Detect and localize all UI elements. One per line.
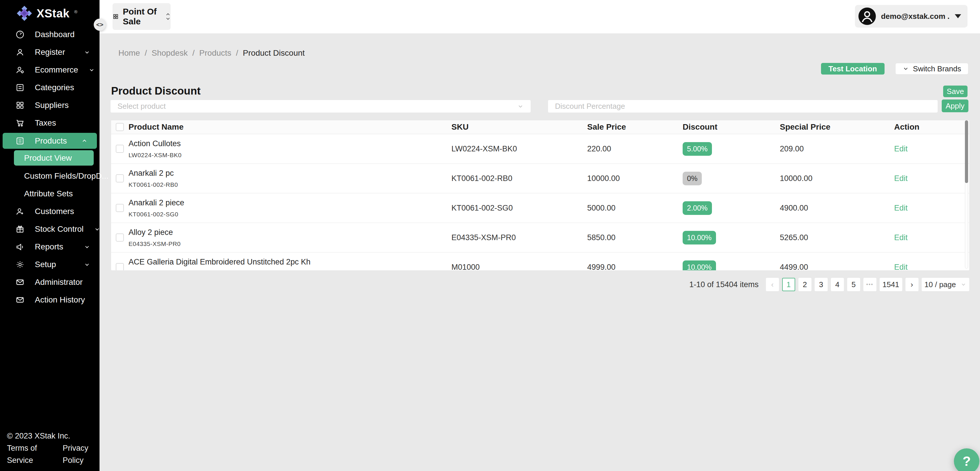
edit-link[interactable]: Edit: [894, 263, 908, 271]
breadcrumb-home[interactable]: Home: [118, 48, 140, 58]
product-name: Anarkali 2 piece: [129, 198, 452, 207]
special-price-value: 5265.00: [780, 233, 894, 242]
sidebar-item-customers[interactable]: Customers: [0, 202, 100, 220]
chevron-up-icon: [81, 137, 88, 145]
list-icon: [15, 83, 25, 92]
col-sale-price: Sale Price: [587, 123, 682, 132]
switch-brands-button[interactable]: Switch Brands: [895, 63, 968, 75]
chevron-down-icon: [94, 225, 101, 233]
user-menu[interactable]: demo@xstak.com .: [855, 5, 967, 27]
row-checkbox[interactable]: [116, 263, 124, 270]
select-product-dropdown[interactable]: Select product: [111, 100, 531, 113]
sku-value: E04335-XSM-PR0: [452, 233, 587, 242]
table-row: Alloy 2 piece E04335-XSM-PR0 E04335-XSM-…: [111, 223, 969, 253]
pagination-last-page[interactable]: 1541: [880, 278, 902, 291]
breadcrumb-current: Product Discount: [243, 48, 305, 58]
brand-name: XStak: [37, 7, 70, 20]
special-price-value: 209.00: [780, 145, 894, 153]
sort-arrows-icon: [165, 12, 170, 21]
products-icon: [15, 136, 25, 146]
sidebar-subitem-custom-fields[interactable]: Custom Fields/DropD...: [0, 167, 100, 185]
sidebar-subitem-label: Custom Fields/DropD...: [24, 172, 108, 181]
edit-link[interactable]: Edit: [894, 233, 908, 242]
pagination-page-1[interactable]: 1: [782, 278, 795, 291]
sku-value: KT0061-002-RB0: [452, 174, 587, 183]
sale-price-value: 5000.00: [587, 204, 682, 213]
table-row: Anarkali 2 piece KT0061-002-SG0 KT0061-0…: [111, 193, 969, 223]
brand-logo[interactable]: XStak ®: [17, 6, 78, 21]
sidebar-subitem-product-view[interactable]: Product View: [14, 150, 94, 165]
privacy-link[interactable]: Privacy Policy: [63, 442, 100, 466]
edit-link[interactable]: Edit: [894, 204, 908, 212]
sku-value: KT0061-002-SG0: [452, 204, 587, 213]
discount-badge: 0%: [682, 172, 702, 185]
col-discount: Discount: [682, 123, 780, 132]
sidebar-item-suppliers[interactable]: Suppliers: [0, 96, 100, 114]
registered-mark: ®: [74, 9, 78, 14]
pagination-ellipsis[interactable]: •••: [863, 278, 877, 291]
apply-button[interactable]: Apply: [942, 99, 968, 112]
save-button[interactable]: Save: [943, 86, 967, 97]
sidebar-item-label: Action History: [35, 295, 91, 304]
help-button[interactable]: ?: [954, 449, 979, 471]
sidebar-item-dashboard[interactable]: Dashboard: [0, 25, 100, 43]
edit-link[interactable]: Edit: [894, 145, 908, 153]
sidebar-subitem-attribute-sets[interactable]: Attribute Sets: [0, 185, 100, 202]
sku-value: LW0224-XSM-BK0: [452, 145, 587, 153]
chevron-down-icon: [902, 65, 909, 72]
row-checkbox[interactable]: [116, 174, 124, 182]
sidebar-item-register[interactable]: Register: [0, 43, 100, 61]
sidebar-item-setup[interactable]: Setup: [0, 256, 100, 273]
select-all-checkbox[interactable]: [116, 123, 124, 131]
row-checkbox[interactable]: [116, 234, 124, 242]
sidebar-item-products[interactable]: Products: [3, 133, 97, 149]
main-content: Home / Shopdesk / Products / Product Dis…: [100, 33, 980, 471]
table-row: ACE Galleria Digital Embroidered Unstitc…: [111, 253, 969, 270]
caret-down-icon: [955, 14, 961, 18]
row-checkbox[interactable]: [116, 145, 124, 153]
sidebar-item-label: Ecommerce: [35, 65, 78, 75]
special-price-value: 10000.00: [780, 174, 894, 183]
table-header-row: Product Name SKU Sale Price Discount Spe…: [111, 120, 969, 134]
sidebar-item-reports[interactable]: Reports: [0, 238, 100, 256]
breadcrumb-separator: /: [192, 48, 195, 58]
discount-percentage-input[interactable]: [548, 100, 938, 113]
person-gear-icon: [15, 65, 25, 75]
user-email: demo@xstak.com .: [881, 12, 950, 21]
breadcrumb-products[interactable]: Products: [199, 48, 232, 58]
edit-link[interactable]: Edit: [894, 174, 908, 183]
sidebar-item-label: Register: [35, 48, 73, 57]
sidebar-item-ecommerce[interactable]: Ecommerce: [0, 61, 100, 79]
megaphone-icon: [15, 242, 25, 251]
row-checkbox[interactable]: [116, 204, 124, 212]
table-scrollbar-thumb[interactable]: [965, 120, 968, 183]
pagination-page-4[interactable]: 4: [831, 278, 844, 291]
sidebar-nav: Dashboard Register Ecommerce Categori: [0, 25, 100, 309]
pagination-page-2[interactable]: 2: [799, 278, 811, 291]
app-switcher-button[interactable]: Point Of Sale: [113, 3, 170, 30]
test-location-button[interactable]: Test Location: [821, 63, 885, 75]
terms-link[interactable]: Terms of Service: [7, 442, 51, 466]
sidebar-item-action-history[interactable]: Action History: [0, 291, 100, 309]
gift-box-icon: [15, 224, 25, 234]
pagination-page-5[interactable]: 5: [847, 278, 860, 291]
pagination-prev-button[interactable]: ‹: [766, 278, 779, 291]
pagination-page-3[interactable]: 3: [815, 278, 828, 291]
sidebar-item-stock-control[interactable]: Stock Control: [0, 220, 100, 238]
dashboard-icon: [15, 30, 25, 39]
page-size-select[interactable]: 10 / page: [922, 278, 969, 291]
sidebar-item-taxes[interactable]: Taxes: [0, 114, 100, 132]
col-action: Action: [894, 123, 969, 132]
chevron-down-icon: [961, 282, 966, 287]
product-name: Anarkali 2 pc: [129, 169, 452, 178]
sidebar-collapse-button[interactable]: <>: [94, 19, 106, 31]
sidebar-item-categories[interactable]: Categories: [0, 79, 100, 96]
avatar: [858, 8, 876, 25]
pagination: 1-10 of 15404 items ‹ 1 2 3 4 5 ••• 1541…: [689, 278, 969, 291]
sidebar-item-administrator[interactable]: Administrator: [0, 273, 100, 291]
mail-icon: [15, 295, 25, 304]
breadcrumb-shopdesk[interactable]: Shopdesk: [151, 48, 188, 58]
pagination-next-button[interactable]: ›: [905, 278, 918, 291]
sku-value: M01000: [452, 263, 587, 271]
page-size-value: 10 / page: [924, 280, 956, 289]
